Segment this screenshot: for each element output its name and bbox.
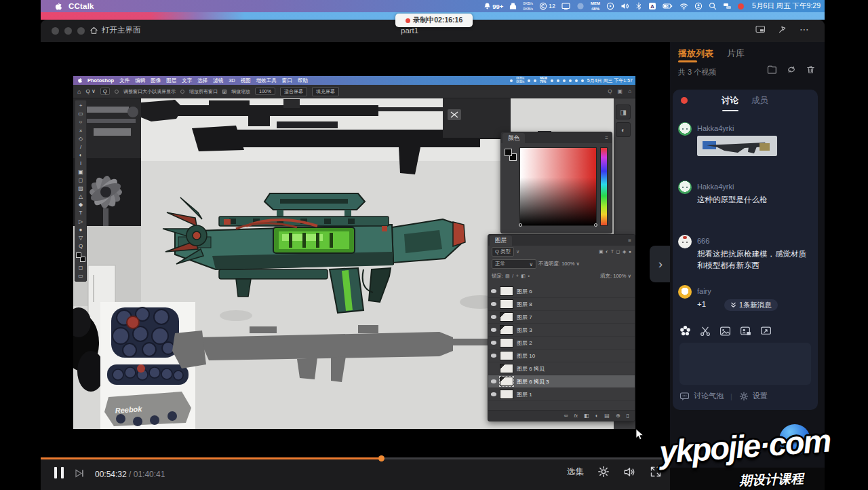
- mem-value: 48%: [591, 7, 599, 12]
- notification-count: 99+: [492, 3, 503, 10]
- image-upload-icon[interactable]: [719, 326, 731, 337]
- chat-settings-label[interactable]: 设置: [753, 391, 768, 401]
- chat-image-attachment[interactable]: [697, 136, 777, 156]
- layer-visibility-eye-icon: [491, 354, 496, 358]
- battery-icon[interactable]: [663, 2, 673, 10]
- member-card-icon[interactable]: [740, 326, 751, 337]
- layer-visibility-eye-icon: [491, 315, 496, 319]
- display-icon[interactable]: [561, 2, 570, 10]
- folder-icon[interactable]: [767, 65, 776, 74]
- minimize-button[interactable]: [64, 27, 72, 35]
- apple-logo-icon[interactable]: [54, 2, 62, 11]
- layer-thumbnail: [500, 377, 513, 386]
- adjustment-layer-icon: ◐: [595, 413, 598, 419]
- bubble-toggle-icon[interactable]: [679, 392, 690, 401]
- ps-share-icon: ⌂: [628, 88, 631, 94]
- chat-text: 这种的原型是什么枪: [697, 194, 811, 206]
- ps-menubar: Photoshop 文件编辑图像图层文字选择滤镜3D视图增效工具窗口帮助 0KB…: [73, 76, 635, 85]
- delete-layer-icon: ▯: [627, 413, 629, 419]
- bubble-toggle-label[interactable]: 讨论气泡: [694, 391, 724, 401]
- ps-menu-item: 帮助: [298, 77, 308, 84]
- search-icon[interactable]: [709, 2, 717, 10]
- trash-icon[interactable]: [806, 65, 815, 74]
- sync-icon[interactable]: [787, 65, 796, 74]
- new-layer-icon: ⊕: [616, 413, 620, 419]
- pin-window-icon[interactable]: [778, 24, 787, 34]
- bluetooth-icon[interactable]: [635, 2, 642, 10]
- chat-username: Hakka4yrki: [697, 183, 734, 191]
- next-episode-button[interactable]: [75, 468, 85, 478]
- layers-panel-footer: ∞fx◧◐▤⊕▯: [488, 410, 635, 421]
- picture-in-picture-icon[interactable]: [755, 24, 766, 34]
- resize-windows-label: 调整窗口大小以满屏显示: [123, 88, 176, 95]
- open-main-ui-button[interactable]: 打开主界面: [90, 25, 141, 35]
- net-up: 0KB/s: [523, 1, 533, 5]
- layer-row: 图层 6: [488, 285, 635, 298]
- avatar[interactable]: [678, 285, 692, 299]
- menubar-app-name[interactable]: CCtalk: [68, 2, 94, 10]
- layer-thumbnail: [500, 299, 513, 309]
- tab-members[interactable]: 成员: [751, 95, 768, 107]
- panel-menu-icon: ≡: [628, 238, 631, 244]
- tab-library[interactable]: 片库: [727, 48, 745, 60]
- collapse-sidebar-handle[interactable]: ›: [650, 246, 671, 282]
- avatar[interactable]: [678, 181, 692, 194]
- blend-mode-select: 正常: [495, 261, 505, 267]
- menubar-datetime[interactable]: 5月6日 周五 下午9:29: [752, 1, 821, 11]
- input-method-icon[interactable]: A: [648, 2, 656, 10]
- player-settings-gear-icon[interactable]: [597, 466, 610, 478]
- progress-bar[interactable]: [41, 457, 671, 459]
- collapsed-panel-icons: ◨ ◐: [616, 105, 631, 137]
- recording-indicator[interactable]: 录制中02:16:16: [395, 14, 473, 27]
- app-tray-icon[interactable]: [509, 2, 517, 10]
- mem-label: MEM: [591, 1, 600, 6]
- volume-button-icon[interactable]: [623, 466, 636, 478]
- time-current: 00:54:32: [95, 470, 127, 479]
- tab-playlist[interactable]: 播放列表: [678, 48, 713, 60]
- network-speed[interactable]: 0KB/s 0KB/s: [523, 1, 533, 11]
- chat-settings-gear-icon[interactable]: [739, 392, 749, 401]
- video-display-area[interactable]: Photoshop 文件编辑图像图层文字选择滤镜3D视图增效工具窗口帮助 0KB…: [41, 42, 671, 478]
- tab-discussion[interactable]: 讨论: [722, 95, 738, 107]
- emoji-flower-icon[interactable]: [679, 325, 691, 337]
- ps-toolbar: +▭○×◇/◐I▣◻▨△◆T▷●▽Q ◻ ▭: [75, 100, 87, 282]
- pause-button[interactable]: [54, 467, 64, 478]
- play-circle-icon[interactable]: [606, 2, 614, 10]
- chat-input[interactable]: [679, 343, 811, 385]
- close-button[interactable]: [52, 27, 59, 35]
- memory-status[interactable]: MEM 48%: [591, 1, 600, 12]
- ps-apple-logo-icon: [77, 77, 82, 83]
- traffic-lights[interactable]: [52, 27, 85, 35]
- new-message-badge[interactable]: 1条新消息: [724, 299, 778, 311]
- progress-knob[interactable]: [378, 455, 384, 461]
- notification-bell-icon[interactable]: 99+: [484, 2, 503, 10]
- video-frame-photoshop[interactable]: Photoshop 文件编辑图像图层文字选择滤镜3D视图增效工具窗口帮助 0KB…: [73, 76, 635, 429]
- zoom-button[interactable]: [77, 27, 85, 35]
- bubble-share-icon[interactable]: [760, 326, 772, 337]
- screenshot-scissors-icon[interactable]: [700, 326, 711, 337]
- layer-thumbnail: [500, 364, 513, 373]
- avatar[interactable]: [678, 122, 692, 136]
- ps-zoom-in-icon: Q: [100, 88, 110, 95]
- time-total: 01:40:41: [134, 470, 165, 479]
- red-app-dot-icon[interactable]: [738, 3, 744, 10]
- cctalk-status-icon[interactable]: 12: [539, 2, 555, 10]
- creative-cloud-icon[interactable]: [576, 2, 585, 10]
- layer-group-icon: ▤: [604, 413, 610, 419]
- volume-icon[interactable]: [620, 2, 629, 10]
- avatar[interactable]: [678, 235, 692, 248]
- wifi-icon[interactable]: [679, 2, 688, 10]
- tool-crop-icon: ◇: [79, 136, 83, 142]
- scrubby-zoom-checkbox: ✓: [222, 90, 226, 94]
- episodes-button[interactable]: 选集: [567, 466, 584, 478]
- discussion-card: 讨论 成员 Hakka4yrki: [673, 90, 818, 410]
- chat-username: fairy: [697, 287, 711, 295]
- stage-manager-icon[interactable]: [723, 2, 732, 10]
- layer-visibility-eye-icon: [491, 341, 496, 345]
- tool-wand-icon: ×: [79, 128, 83, 134]
- layer-visibility-eye-icon: [491, 289, 496, 293]
- libraries-panel-icon: ◨: [616, 105, 631, 119]
- more-options-icon[interactable]: ⋯: [800, 26, 810, 33]
- user-circle-icon[interactable]: [694, 2, 703, 10]
- layer-row: 图层 6 拷贝: [488, 362, 635, 375]
